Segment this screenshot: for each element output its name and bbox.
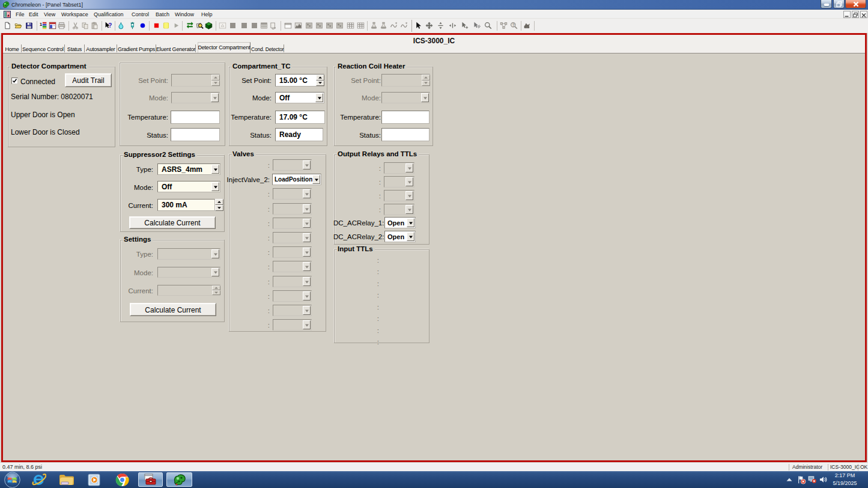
svg-text:?: ? xyxy=(108,22,112,29)
svg-text:?: ? xyxy=(512,23,515,27)
svg-text:1: 1 xyxy=(40,22,42,27)
